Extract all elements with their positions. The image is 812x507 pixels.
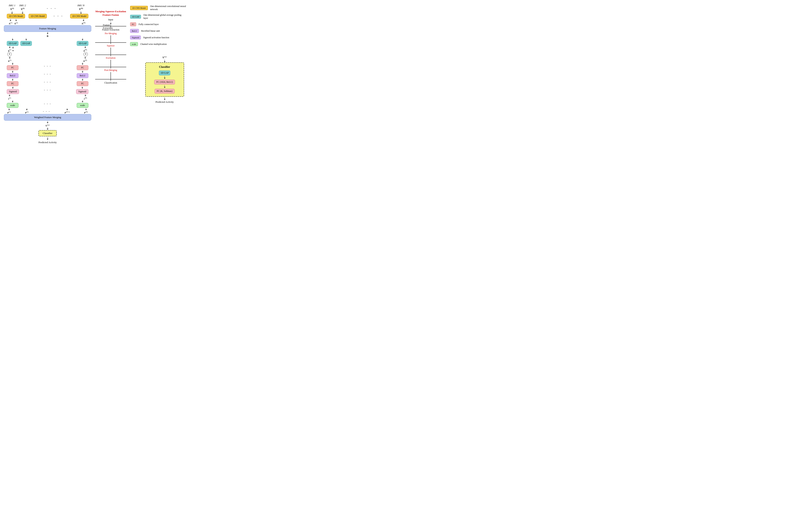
- g-col-n: g(N): [83, 46, 87, 52]
- x-label-n: X(N): [79, 7, 83, 11]
- sigmoid-box-n: Sigmoid: [76, 89, 89, 94]
- imu-col-n: IMU N X(N): [77, 4, 84, 14]
- fc2-dots: · · ·: [44, 80, 51, 84]
- line-ex: [95, 60, 126, 66]
- cr-arrow-bottom: [164, 97, 166, 100]
- scale-col-1: scale: [7, 100, 18, 108]
- a-label-2: A(2): [14, 22, 18, 25]
- left-diagram: IMU 1 X(1) IMU 2 X(2) · · ·: [4, 4, 91, 144]
- feature-merging-row: Feature Merging: [4, 25, 91, 32]
- legend-cnn-box: 1D CNN Model: [130, 6, 148, 10]
- p-col-1: P(1): [7, 108, 11, 114]
- predicted-row: Predicted Activity: [4, 137, 91, 144]
- h-label-1: h(1): [8, 59, 11, 62]
- p-col-n1: P(N-1): [65, 108, 70, 114]
- mid-line-4: [95, 78, 126, 80]
- arrow-ymse-top: [164, 60, 166, 62]
- cnn-box-2: 1D CNN Model: [28, 14, 47, 18]
- imu-label-1: IMU 1: [9, 4, 15, 7]
- imu-col-2: IMU 2 X(2): [19, 4, 26, 14]
- scale-box-1: scale: [7, 103, 18, 108]
- x-label-2: X(2): [21, 7, 24, 11]
- legend-row-relu: ReLU Rectified linear unit: [130, 29, 199, 33]
- ymse-top-label: Ymse: [162, 56, 167, 59]
- arrow-gap1: [12, 38, 13, 40]
- imu-label-2: IMU 2: [19, 4, 26, 7]
- squeeze-label: Squeeze: [107, 44, 115, 47]
- gap-col-1: 1D GAP: [7, 38, 18, 46]
- sigmoid-col-1: Sigmoid: [7, 87, 19, 94]
- x-label-1: X(1): [10, 7, 14, 11]
- mid-line-3: [95, 66, 126, 68]
- classifier-right-wrapper: Ymse Classifier 1D GAP FC (1024, ReLU) F: [130, 56, 199, 104]
- excitation-label: Excitation: [106, 57, 115, 59]
- p-label-n: P(N): [84, 111, 88, 114]
- feature-merging-box: Feature Merging: [4, 25, 91, 32]
- gap-col-n: 1D GAP: [77, 38, 89, 46]
- sigmoid-col-n: Sigmoid: [76, 87, 89, 94]
- h-col-n: h(N): [83, 57, 87, 62]
- scale-dots: · · ·: [44, 102, 51, 106]
- plus-circle-n: +: [83, 52, 88, 56]
- fc-box-n: FC: [77, 65, 89, 70]
- classifier-row: Classifier: [4, 130, 91, 136]
- feature-extraction-label: Feature Extraction: [103, 24, 118, 30]
- s-col-1: s(1): [8, 94, 11, 100]
- fc-col-1: FC: [7, 63, 18, 70]
- scale-box-n: scale: [77, 103, 89, 108]
- cr-arrow-2: [164, 85, 166, 88]
- a-col-1: A(1): [9, 19, 12, 25]
- p-dots: · · ·: [43, 110, 50, 114]
- g-label-n: g(N): [83, 49, 87, 52]
- p-col-n: P(N): [84, 108, 88, 114]
- p-col-2: P(2): [25, 108, 28, 114]
- legend-row-fc: FC Fully connected layer: [130, 22, 199, 26]
- s-label-n: s(N): [84, 97, 87, 100]
- weighted-box: Weighted Feature Merging: [4, 114, 91, 121]
- predicted-label: Predicted Activity: [39, 141, 57, 144]
- classification-label: Classification: [104, 81, 117, 84]
- mseff-title: Merging-Squeeze-Excitation Feature Fusio…: [95, 10, 126, 17]
- legend-row-cnn: 1D CNN Model One-dimensional convolution…: [130, 5, 199, 11]
- a-label-1: A(1): [9, 22, 12, 25]
- h-col-1: h(1): [8, 57, 11, 62]
- middle-diagram: Merging-Squeeze-Excitation Feature Fusio…: [95, 4, 126, 84]
- p-label-2: P(2): [25, 111, 28, 114]
- arrow-a1: [10, 19, 11, 21]
- legend-gap-text: One-dimensional global average pooling l…: [143, 14, 182, 20]
- imu-label-n: IMU N: [77, 4, 84, 7]
- cr-fc2-box: FC (K, Softmax): [155, 89, 175, 94]
- sigmoid-row: Sigmoid · · · Sigmoid: [4, 87, 91, 94]
- cnn-box-1: 1D CNN Model: [7, 14, 25, 18]
- fc-col-n: FC: [77, 63, 89, 70]
- mid-line-2: [95, 53, 126, 56]
- p-label-n1: P(N-1): [65, 111, 70, 114]
- relu-col-n: ReLU: [77, 70, 89, 78]
- h-row: h(1) h(N): [4, 57, 91, 62]
- mid-input-label: Input: [108, 18, 113, 21]
- fc-row-1: FC · · · FC: [4, 63, 91, 70]
- legend-row-sigmoid: Sigmoid Sigmoid activation function: [130, 36, 199, 40]
- arrow-gap2: [25, 38, 27, 40]
- relu-box-1: ReLU: [7, 73, 18, 78]
- gap-col-2: 1D GAP: [20, 38, 32, 46]
- cr-predicted-label: Predicted Activity: [155, 101, 174, 104]
- fc2-col-1: FC: [7, 78, 18, 86]
- ymse-label: Ymse: [46, 124, 50, 127]
- classifier-right-title: Classifier: [159, 65, 170, 68]
- b-col: B: [45, 32, 51, 38]
- line-sq: [95, 48, 126, 53]
- arrow-a2: [15, 19, 17, 21]
- relu-row: ReLU · · · ReLU: [4, 70, 91, 78]
- fc-box-1: FC: [7, 65, 18, 70]
- g-label-u: u: [12, 49, 14, 52]
- arrow-2: [22, 11, 23, 14]
- fc-dots: · · ·: [44, 64, 51, 68]
- arrow-gapn: [82, 38, 83, 40]
- cnn-dots: · · ·: [47, 14, 70, 18]
- fc2-box-n: FC: [77, 81, 89, 86]
- b-label: B: [47, 35, 48, 38]
- fc2-col-n: FC: [77, 78, 89, 86]
- g-col-1: g(1): [8, 46, 11, 52]
- fc2-box-1: FC: [7, 81, 18, 86]
